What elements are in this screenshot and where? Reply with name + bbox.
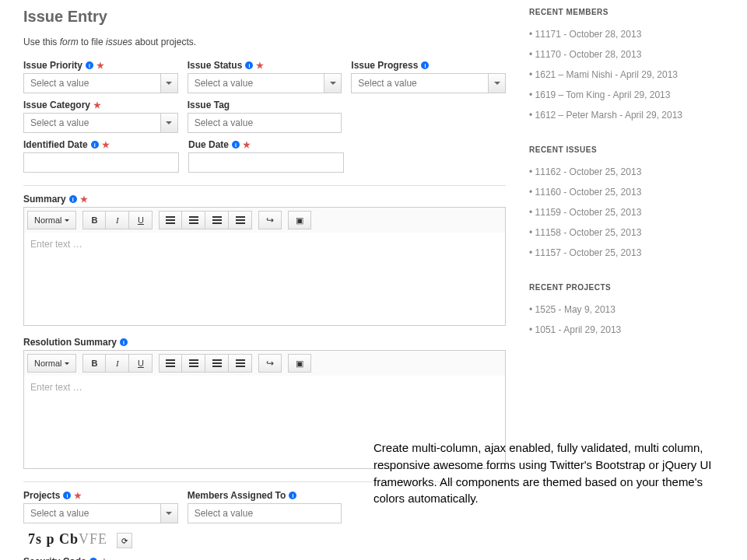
projects-select[interactable] — [23, 503, 178, 523]
italic-icon: I — [116, 359, 119, 368]
list-item[interactable]: 1621 – Mami Nishi - April 29, 2013 — [529, 65, 731, 85]
italic-button[interactable]: I — [106, 354, 129, 373]
ol-button[interactable] — [182, 354, 205, 373]
list-item[interactable]: 11170 - October 28, 2013 — [529, 44, 731, 65]
caret-down-icon — [65, 219, 69, 222]
list-item[interactable]: 11159 - October 25, 2013 — [529, 202, 731, 222]
status-label-text: Issue Status — [188, 60, 243, 71]
status-select-input[interactable] — [188, 74, 324, 93]
indent-button[interactable] — [229, 211, 252, 229]
ul-button[interactable] — [159, 354, 182, 373]
recent-members-list: 11171 - October 28, 2013 11170 - October… — [529, 24, 731, 125]
progress-label: Issue Progress i — [351, 60, 506, 71]
info-icon[interactable]: i — [421, 61, 429, 69]
info-icon[interactable]: i — [63, 492, 71, 499]
identified-date-input[interactable] — [23, 152, 179, 173]
intro-text: Use this form to file issues about proje… — [23, 37, 506, 47]
info-icon[interactable]: i — [232, 141, 240, 149]
members-input[interactable] — [188, 503, 342, 523]
bold-button[interactable]: B — [82, 354, 106, 373]
projects-select-input[interactable] — [24, 504, 160, 523]
underline-icon: U — [138, 359, 144, 368]
priority-label: Issue Priority i ★ — [23, 60, 178, 71]
info-icon[interactable]: i — [120, 338, 128, 346]
format-normal-button[interactable]: Normal — [27, 354, 76, 373]
divider — [23, 185, 506, 186]
identified-date-label: Identified Date i ★ — [23, 139, 179, 150]
underline-icon: U — [138, 215, 144, 225]
list-item[interactable]: 11160 - October 25, 2013 — [529, 182, 731, 202]
info-icon[interactable]: i — [245, 61, 253, 69]
info-icon[interactable]: i — [91, 141, 99, 149]
italic-icon: I — [116, 215, 119, 225]
underline-button[interactable]: U — [129, 354, 153, 373]
progress-select-input[interactable] — [352, 74, 488, 93]
ol-button[interactable] — [182, 211, 205, 229]
bold-icon: B — [91, 359, 97, 368]
captcha-text-faint: VFE — [79, 531, 107, 548]
list-ul-icon — [166, 216, 175, 224]
due-date-label-text: Due Date — [188, 139, 229, 150]
info-icon[interactable]: i — [289, 492, 296, 499]
caret-down-icon[interactable] — [160, 504, 177, 523]
format-normal-button[interactable]: Normal — [27, 211, 76, 229]
outdent-button[interactable] — [205, 354, 229, 373]
required-star-icon: ★ — [74, 491, 82, 501]
summary-label-text: Summary — [23, 194, 66, 205]
image-button[interactable]: ▣ — [288, 354, 311, 373]
recent-members-heading: RECENT MEMBERS — [529, 8, 731, 16]
status-label: Issue Status i ★ — [188, 60, 342, 71]
category-label-text: Issue Category — [23, 100, 90, 110]
resolution-label: Resolution Summary i — [23, 337, 506, 348]
link-button[interactable]: ↪ — [258, 211, 282, 229]
indent-icon — [236, 359, 245, 367]
list-item[interactable]: 1619 – Tom King - April 29, 2013 — [529, 85, 731, 105]
list-item[interactable]: 11162 - October 25, 2013 — [529, 162, 731, 182]
members-label: Members Assigned To i — [188, 490, 342, 501]
outdent-icon — [212, 359, 222, 367]
image-icon: ▣ — [296, 215, 303, 226]
list-item[interactable]: 1051 - April 29, 2013 — [529, 320, 731, 340]
priority-select[interactable] — [23, 73, 178, 93]
caret-down-icon[interactable] — [324, 74, 341, 93]
progress-select[interactable] — [351, 73, 506, 93]
list-item[interactable]: 11171 - October 28, 2013 — [529, 24, 731, 44]
category-select[interactable] — [23, 113, 178, 133]
caret-down-icon[interactable] — [160, 74, 177, 93]
link-icon: ↪ — [266, 358, 274, 369]
category-label: Issue Category ★ — [23, 100, 178, 110]
captcha-refresh-button[interactable]: ⟳ — [117, 533, 132, 548]
tag-label-text: Issue Tag — [188, 100, 230, 110]
identified-date-label-text: Identified Date — [23, 139, 88, 150]
info-icon[interactable]: i — [69, 195, 77, 203]
outdent-button[interactable] — [205, 211, 229, 229]
summary-editor[interactable]: Enter text … — [23, 233, 506, 326]
ul-button[interactable] — [159, 211, 182, 229]
priority-select-input[interactable] — [24, 74, 160, 93]
list-item[interactable]: 1525 - May 9, 2013 — [529, 299, 731, 320]
bold-button[interactable]: B — [82, 211, 106, 229]
category-select-input[interactable] — [24, 114, 160, 132]
security-code-label-text: Security Code — [23, 556, 86, 560]
required-star-icon: ★ — [256, 61, 264, 71]
projects-label-text: Projects — [23, 490, 60, 501]
indent-button[interactable] — [229, 354, 252, 373]
caret-down-icon[interactable] — [488, 74, 505, 93]
intro-em-issues: issues — [106, 37, 132, 47]
image-button[interactable]: ▣ — [288, 211, 311, 229]
status-select[interactable] — [188, 73, 342, 93]
tag-input[interactable] — [188, 113, 342, 133]
underline-button[interactable]: U — [129, 211, 153, 229]
list-item[interactable]: 11158 - October 25, 2013 — [529, 222, 731, 243]
due-date-input[interactable] — [188, 152, 344, 173]
list-item[interactable]: 11157 - October 25, 2013 — [529, 243, 731, 263]
required-star-icon: ★ — [93, 100, 101, 110]
caret-down-icon[interactable] — [160, 114, 177, 132]
link-button[interactable]: ↪ — [258, 354, 282, 373]
list-item[interactable]: 1612 – Peter Marsh - April 29, 2013 — [529, 105, 731, 125]
required-star-icon: ★ — [243, 140, 251, 150]
required-star-icon: ★ — [96, 61, 104, 71]
info-icon[interactable]: i — [86, 61, 93, 69]
due-date-label: Due Date i ★ — [188, 139, 344, 150]
italic-button[interactable]: I — [106, 211, 129, 229]
